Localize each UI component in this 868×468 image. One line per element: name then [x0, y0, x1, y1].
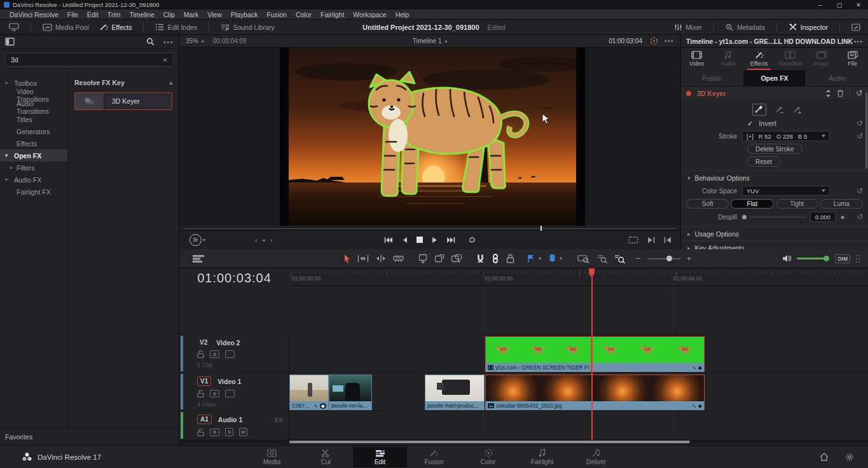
monitor-volume-slider[interactable] [797, 258, 830, 259]
panel-toggle-icon[interactable] [5, 38, 15, 46]
insert-clip-button[interactable] [418, 254, 428, 263]
menu-playback[interactable]: Playback [226, 11, 263, 18]
sidebar-item-generators[interactable]: Generators [0, 125, 67, 137]
metadata-button[interactable]: Metadata [720, 20, 770, 35]
curve-icon[interactable]: ∿ [692, 403, 696, 409]
sidebar-item-filters[interactable]: ▸Filters [0, 162, 67, 174]
flag-color-dropdown-icon[interactable]: ▾ [539, 256, 541, 261]
viewer-canvas[interactable] [179, 48, 680, 226]
detail-zoom-button[interactable] [596, 254, 608, 263]
eyedropper-pick-tool[interactable] [752, 104, 766, 116]
tab-file[interactable]: File [837, 48, 868, 70]
reorder-icon[interactable] [825, 90, 831, 97]
replace-clip-button[interactable] [451, 254, 462, 263]
invert-reset-icon[interactable]: ↺ [857, 119, 863, 128]
dynamic-trim-mode-button[interactable] [375, 254, 387, 263]
close-button[interactable]: ✕ [849, 0, 868, 10]
subtab-open-fx[interactable]: Open FX [743, 71, 806, 86]
minimize-button[interactable]: ─ [811, 0, 830, 10]
go-to-start-button[interactable] [384, 237, 393, 244]
menu-workspace[interactable]: Workspace [348, 11, 390, 18]
sidebar-item-audio-fx[interactable]: ▾Audio FX [0, 174, 67, 186]
linked-selection-button[interactable] [491, 254, 500, 263]
maximize-button[interactable]: ▢ [830, 0, 849, 10]
track-lock-icon[interactable] [197, 429, 204, 436]
solo-button[interactable]: S [225, 428, 233, 436]
blade-edit-mode-button[interactable] [393, 255, 404, 263]
keyer-effect-header[interactable]: 3D Keyer ↺ [681, 86, 868, 100]
track-lock-icon[interactable] [197, 350, 204, 358]
menu-edit[interactable]: Edit [83, 11, 103, 18]
track-header-a1[interactable]: A1 Audio 1 2.0 S M [179, 411, 289, 440]
trash-icon[interactable] [837, 90, 844, 97]
marker-button[interactable] [549, 254, 556, 263]
overwrite-clip-button[interactable] [434, 254, 444, 263]
menu-help[interactable]: Help [391, 11, 414, 18]
panel-layout-button[interactable] [846, 20, 865, 35]
stroke-select[interactable]: [+] R 52 G 228 B 5 [742, 131, 830, 141]
media-pool-button[interactable]: Media Pool [38, 20, 94, 35]
timeline-selector[interactable]: Timeline 1 ▾ [179, 38, 680, 45]
seek-playhead[interactable] [541, 226, 542, 231]
mode-tight-button[interactable]: Tight [776, 199, 818, 209]
page-cut[interactable]: Cut [299, 447, 353, 467]
panel-options-icon[interactable]: ••• [163, 38, 174, 46]
menu-trim[interactable]: Trim [103, 11, 125, 18]
track-header-v1[interactable]: V1 Video 1 4 Clips [179, 373, 289, 411]
effects-button[interactable]: Effects [94, 20, 137, 35]
reset-button[interactable]: Reset [747, 156, 780, 167]
despill-value-field[interactable]: 0.000 [810, 212, 836, 222]
mixer-button[interactable]: Mixer [669, 20, 707, 35]
page-edit[interactable]: Edit [353, 447, 407, 467]
menu-fairlight[interactable]: Fairlight [316, 11, 348, 18]
menu-timeline[interactable]: Timeline [125, 11, 158, 18]
playhead-line[interactable] [591, 270, 593, 441]
custom-zoom-button[interactable] [614, 254, 626, 263]
timeline-horizontal-scrollbar[interactable] [179, 440, 868, 444]
sidebar-item-titles[interactable]: Titles [0, 113, 67, 125]
tab-audio[interactable]: Audio [712, 48, 743, 70]
go-to-end-button[interactable] [446, 237, 455, 244]
trim-edit-mode-button[interactable] [357, 254, 369, 263]
delete-stroke-button[interactable]: Delete Stroke [747, 144, 803, 154]
track-header-v2[interactable]: V2 Video 2 1 Clip [179, 334, 289, 373]
track-enable-icon[interactable] [225, 390, 235, 397]
edit-index-button[interactable]: Edit Index [150, 20, 202, 35]
marker-color-dropdown-icon[interactable]: ▾ [560, 256, 562, 261]
search-icon[interactable] [146, 38, 155, 46]
stroke-reset-icon[interactable]: ↺ [857, 132, 863, 141]
auto-select-icon[interactable] [210, 350, 219, 358]
auto-select-icon[interactable] [210, 390, 219, 397]
menu-file[interactable]: File [63, 11, 83, 18]
page-deliver[interactable]: Deliver [569, 447, 623, 467]
usage-options-section[interactable]: ▸ Usage Options [681, 226, 868, 240]
full-extent-zoom-button[interactable] [577, 254, 590, 263]
effect-enable-toggle[interactable] [686, 91, 691, 96]
favorites-section[interactable]: Favorites [0, 427, 179, 445]
color-space-select[interactable]: YUV [742, 186, 830, 196]
page-color[interactable]: Color [461, 447, 515, 467]
despill-slider-track[interactable] [750, 217, 806, 217]
keyframe-badge-icon[interactable]: ◆ [698, 403, 702, 409]
keyframe-badge-icon[interactable]: ◆ [698, 365, 702, 371]
step-back-button[interactable] [402, 237, 408, 244]
tab-transition[interactable]: Transition [775, 48, 806, 70]
flag-clip-button[interactable] [527, 254, 535, 263]
subtab-audio[interactable]: Audio [806, 71, 868, 86]
tab-image[interactable]: Image [806, 48, 837, 70]
project-home-icon[interactable] [820, 453, 829, 461]
curve-icon[interactable]: ∿ [313, 403, 318, 409]
fx-item-3d-keyer[interactable]: 3D Keyer [74, 92, 172, 110]
subtab-fusion[interactable]: Fusion [681, 71, 743, 86]
eyedropper-minus-tool[interactable] [775, 106, 784, 114]
key-adjustments-section[interactable]: ▸ Key Adjustments [681, 240, 868, 249]
clear-search-icon[interactable]: ✕ [158, 57, 173, 64]
zoom-in-icon[interactable]: + [687, 254, 692, 263]
clip-green-tiger-segment-1[interactable]: yt1s.com - GREEN SCREEN TIGER FULL HD DO… [485, 336, 591, 373]
sidebar-item-effects[interactable]: Effects [0, 137, 67, 149]
inspector-options-icon[interactable]: ••• [853, 38, 863, 45]
inspector-scrollbar[interactable] [865, 92, 867, 169]
despill-reset-icon[interactable]: ↺ [857, 212, 863, 221]
page-media[interactable]: Media [245, 447, 299, 467]
despill-slider-handle[interactable] [742, 215, 747, 219]
